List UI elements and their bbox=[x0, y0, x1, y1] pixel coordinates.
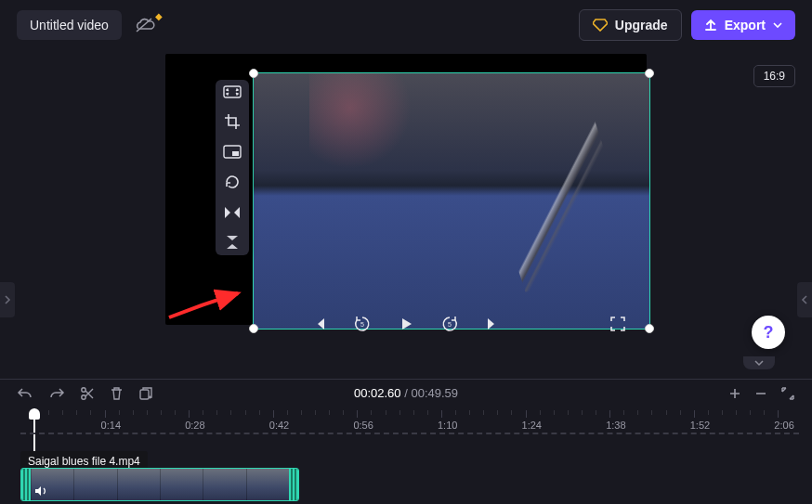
project-title[interactable]: Untitled video bbox=[17, 10, 122, 40]
export-button[interactable]: Export bbox=[691, 10, 795, 40]
svg-text:5: 5 bbox=[448, 321, 452, 328]
clip-toolbox bbox=[216, 80, 249, 255]
transport-bar: 5 5 bbox=[0, 310, 812, 338]
clip-thumbnail bbox=[160, 469, 203, 500]
export-label: Export bbox=[725, 18, 766, 32]
upgrade-label: Upgrade bbox=[615, 18, 668, 32]
undo-icon[interactable] bbox=[17, 386, 33, 401]
cloud-sync-off-icon[interactable]: ◆ bbox=[135, 17, 155, 33]
resize-handle-tr[interactable] bbox=[645, 69, 654, 78]
timecode-display: 00:02.60 / 00:49.59 bbox=[354, 386, 458, 400]
timeline-toolbar: 00:02.60 / 00:49.59 bbox=[0, 379, 812, 407]
timeline-clip[interactable] bbox=[20, 468, 299, 501]
diamond-icon bbox=[593, 19, 608, 32]
ruler-label: 1:24 bbox=[522, 420, 542, 431]
ruler-label: 1:10 bbox=[438, 420, 457, 431]
rotate-icon[interactable] bbox=[224, 174, 241, 190]
ruler-label: 0:42 bbox=[269, 420, 289, 431]
svg-rect-1 bbox=[224, 86, 241, 97]
clip-thumbnail bbox=[117, 469, 160, 500]
clip-volume-icon[interactable] bbox=[34, 485, 47, 497]
selected-clip-overlay[interactable] bbox=[253, 72, 650, 330]
svg-point-7 bbox=[82, 394, 85, 398]
time-sep: / bbox=[401, 386, 412, 400]
zoom-out-icon[interactable] bbox=[754, 387, 767, 400]
preview-stage: 16:9 5 5 bbox=[0, 50, 812, 338]
current-frames: .60 bbox=[385, 386, 401, 400]
fit-timeline-icon[interactable] bbox=[780, 386, 795, 401]
pip-icon[interactable] bbox=[223, 145, 242, 159]
skip-end-icon[interactable] bbox=[485, 317, 500, 331]
svg-rect-8 bbox=[140, 390, 149, 399]
split-icon[interactable] bbox=[80, 386, 95, 401]
clip-thumbnail bbox=[73, 469, 116, 500]
resize-handle-tl[interactable] bbox=[249, 69, 258, 78]
ruler-label: 1:52 bbox=[690, 420, 710, 431]
total-time: 00:49 bbox=[411, 386, 441, 400]
collapse-panel-icon[interactable] bbox=[743, 356, 775, 369]
forward-5-icon[interactable]: 5 bbox=[440, 315, 459, 333]
ruler-label: 1:38 bbox=[606, 420, 625, 431]
ruler-label: 0:56 bbox=[353, 420, 373, 431]
ruler-label: 2:06 bbox=[774, 420, 793, 431]
svg-point-6 bbox=[82, 387, 85, 391]
aspect-ratio-badge[interactable]: 16:9 bbox=[753, 65, 795, 87]
fit-icon[interactable] bbox=[223, 85, 242, 98]
chevron-down-icon bbox=[773, 20, 782, 30]
delete-icon[interactable] bbox=[110, 386, 124, 401]
timeline-ruler[interactable]: 0:140:280:420:561:101:241:381:522:06 bbox=[20, 408, 799, 433]
clip-trim-left[interactable] bbox=[21, 469, 31, 500]
top-bar: Untitled video ◆ Upgrade Export bbox=[0, 0, 812, 50]
play-button[interactable] bbox=[398, 316, 414, 332]
flip-horizontal-icon[interactable] bbox=[224, 205, 241, 220]
sparkle-icon: ◆ bbox=[155, 11, 163, 21]
svg-text:5: 5 bbox=[360, 321, 364, 328]
skip-start-icon[interactable] bbox=[312, 317, 327, 331]
clip-thumbnail bbox=[203, 469, 245, 500]
rewind-5-icon[interactable]: 5 bbox=[353, 315, 372, 333]
help-button[interactable]: ? bbox=[752, 316, 785, 349]
fullscreen-icon[interactable] bbox=[609, 316, 626, 332]
svg-rect-3 bbox=[232, 151, 239, 156]
crop-icon[interactable] bbox=[224, 113, 241, 130]
flip-vertical-icon[interactable] bbox=[224, 235, 241, 250]
upgrade-button[interactable]: Upgrade bbox=[579, 9, 682, 41]
total-frames: .59 bbox=[441, 386, 458, 400]
clip-trim-right[interactable] bbox=[289, 469, 298, 500]
track-divider bbox=[20, 433, 799, 434]
duplicate-icon[interactable] bbox=[138, 386, 153, 401]
zoom-in-icon[interactable] bbox=[728, 387, 741, 400]
ruler-label: 0:28 bbox=[185, 420, 204, 431]
redo-icon[interactable] bbox=[48, 386, 65, 401]
current-time: 00:02 bbox=[354, 386, 385, 400]
clip-thumbnail bbox=[246, 469, 289, 500]
ruler-label: 0:14 bbox=[101, 420, 121, 431]
svg-line-0 bbox=[137, 19, 151, 32]
upload-icon bbox=[704, 19, 717, 32]
